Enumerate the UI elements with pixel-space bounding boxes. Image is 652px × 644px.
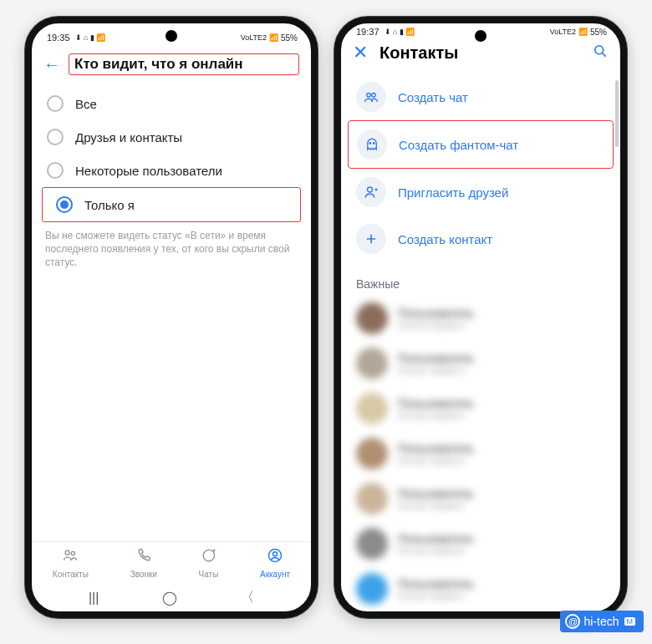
nav-label: Контакты bbox=[53, 570, 89, 579]
avatar bbox=[356, 393, 388, 424]
option-label: Только я bbox=[84, 198, 135, 212]
status-net: VoLTE2 bbox=[241, 33, 267, 42]
option-only-me[interactable]: Только я bbox=[42, 187, 301, 222]
status-battery: 55% bbox=[590, 28, 607, 37]
section-title: Важные bbox=[341, 266, 620, 296]
svg-point-7 bbox=[369, 143, 371, 145]
avatar bbox=[356, 302, 388, 334]
svg-point-8 bbox=[374, 143, 375, 145]
contact-name: Пользователь bbox=[398, 577, 474, 591]
action-phantom-chat[interactable]: Создать фантом-чат bbox=[348, 120, 614, 169]
avatar bbox=[356, 347, 388, 379]
nav-account[interactable]: Аккаунт bbox=[260, 547, 290, 579]
contact-sub: был(а) недавно bbox=[398, 455, 474, 465]
camera-notch bbox=[166, 30, 177, 42]
sysnav-home-icon[interactable]: ◯ bbox=[162, 590, 177, 606]
action-create-chat[interactable]: Создать чат bbox=[348, 74, 614, 120]
svg-point-1 bbox=[72, 551, 75, 555]
nav-contacts[interactable]: Контакты bbox=[53, 547, 89, 579]
scrollbar[interactable] bbox=[615, 80, 619, 147]
contact-name: Пользователь bbox=[398, 352, 474, 365]
phone-right: 19:37 ⬇ ⌂ ▮ 📶 VoLTE2 📶 55% ✕ Контакты Со… bbox=[334, 17, 627, 618]
sysnav-recent-icon[interactable]: ||| bbox=[89, 591, 99, 606]
contact-sub: был(а) недавно bbox=[398, 545, 474, 555]
contacts-icon bbox=[53, 547, 89, 568]
svg-point-6 bbox=[372, 94, 376, 98]
option-label: Все bbox=[75, 97, 97, 111]
status-time: 19:35 bbox=[47, 33, 70, 43]
list-item[interactable]: Пользовательбыл(а) недавно bbox=[346, 431, 615, 476]
radio-selected-icon bbox=[56, 196, 73, 213]
back-arrow-icon[interactable]: ← bbox=[43, 55, 60, 74]
nav-label: Звонки bbox=[130, 570, 157, 579]
radio-icon bbox=[47, 95, 64, 112]
status-net: VoLTE2 bbox=[550, 28, 576, 36]
account-icon bbox=[260, 547, 290, 568]
watermark-text: hi-tech bbox=[583, 615, 619, 628]
title-highlight: Кто видит, что я онлайн bbox=[69, 53, 299, 75]
wifi-icon: 📶 bbox=[578, 28, 588, 36]
list-item[interactable]: Пользовательбыл(а) недавно bbox=[346, 521, 615, 566]
action-create-contact[interactable]: Создать контакт bbox=[348, 216, 614, 262]
svg-point-9 bbox=[368, 187, 373, 192]
list-item[interactable]: Пользовательбыл(а) недавно bbox=[346, 566, 615, 611]
contacts-list-blurred: Пользовательбыл(а) недавно Пользовательб… bbox=[341, 296, 620, 611]
list-item[interactable]: Пользовательбыл(а) недавно bbox=[346, 476, 615, 521]
avatar bbox=[356, 438, 388, 469]
option-some[interactable]: Некоторые пользователи bbox=[33, 154, 309, 187]
option-label: Некоторые пользователи bbox=[75, 164, 222, 178]
visibility-options: Все Друзья и контакты Некоторые пользова… bbox=[32, 82, 311, 222]
contact-sub: был(а) недавно bbox=[398, 591, 474, 601]
radio-icon bbox=[47, 129, 64, 145]
action-label: Создать контакт bbox=[398, 232, 492, 246]
action-label: Пригласить друзей bbox=[398, 185, 508, 200]
add-user-icon bbox=[356, 177, 386, 207]
watermark-tag: M bbox=[624, 617, 636, 626]
nav-label: Чаты bbox=[199, 570, 219, 579]
plus-icon bbox=[356, 224, 386, 254]
contact-sub: был(а) недавно bbox=[398, 320, 474, 330]
nav-calls[interactable]: Звонки bbox=[130, 547, 157, 579]
list-item[interactable]: Пользовательбыл(а) недавно bbox=[346, 296, 615, 341]
close-icon[interactable]: ✕ bbox=[353, 42, 368, 63]
svg-point-0 bbox=[66, 550, 70, 555]
page-title: Контакты bbox=[379, 43, 580, 63]
nav-chats[interactable]: Чаты bbox=[199, 547, 219, 579]
svg-point-4 bbox=[595, 45, 604, 53]
header: ← Кто видит, что я онлайн bbox=[32, 48, 311, 82]
contact-name: Пользователь bbox=[398, 487, 474, 500]
search-icon[interactable] bbox=[592, 43, 609, 63]
option-friends[interactable]: Друзья и контакты bbox=[33, 120, 309, 154]
status-time: 19:37 bbox=[356, 27, 379, 37]
bottom-nav: Контакты Звонки Чаты Аккаунт bbox=[32, 541, 311, 581]
action-invite-friends[interactable]: Пригласить друзей bbox=[348, 169, 614, 216]
phone-icon bbox=[130, 547, 157, 568]
status-indicators-icon: ⬇ ⌂ ▮ 📶 bbox=[385, 28, 415, 36]
status-indicators-icon: ⬇ ⌂ ▮ 📶 bbox=[75, 33, 106, 42]
group-icon bbox=[356, 82, 386, 112]
action-label: Создать чат bbox=[398, 90, 468, 104]
wifi-icon: 📶 bbox=[269, 33, 278, 42]
svg-point-3 bbox=[273, 552, 278, 556]
at-icon: @ bbox=[565, 614, 580, 629]
page-title: Кто видит, что я онлайн bbox=[74, 56, 293, 73]
watermark-badge: @ hi-tech M bbox=[560, 611, 644, 632]
camera-notch bbox=[475, 30, 486, 42]
contact-name: Пользователь bbox=[398, 442, 474, 455]
system-nav: ||| ◯ 〈 bbox=[32, 581, 311, 611]
option-all[interactable]: Все bbox=[33, 87, 309, 120]
contact-sub: был(а) недавно bbox=[398, 410, 474, 420]
contact-actions: Создать чат Создать фантом-чат Пригласит… bbox=[341, 70, 620, 266]
avatar bbox=[356, 528, 388, 560]
list-item[interactable]: Пользовательбыл(а) недавно bbox=[346, 386, 615, 431]
action-label: Создать фантом-чат bbox=[399, 138, 518, 152]
radio-icon bbox=[47, 162, 64, 179]
list-item[interactable]: Пользовательбыл(а) недавно bbox=[346, 341, 615, 386]
svg-point-5 bbox=[367, 94, 371, 98]
avatar bbox=[356, 573, 388, 605]
nav-label: Аккаунт bbox=[260, 570, 290, 579]
sysnav-back-icon[interactable]: 〈 bbox=[241, 589, 254, 606]
phone-left: 19:35 ⬇ ⌂ ▮ 📶 VoLTE2 📶 55% ← Кто видит, … bbox=[25, 17, 318, 618]
helper-text: Вы не сможете видеть статус «В сети» и в… bbox=[32, 222, 311, 270]
contact-name: Пользователь bbox=[398, 307, 474, 320]
